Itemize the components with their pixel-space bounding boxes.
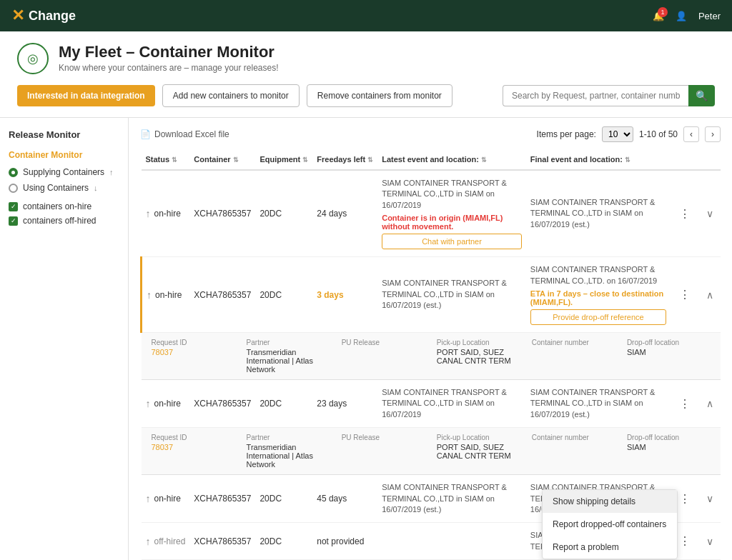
- cell-container: XCHA7865357: [189, 170, 255, 257]
- status-label: off-hired: [154, 536, 186, 546]
- status-label: on-hire: [154, 399, 181, 409]
- detail-container-num-label: Container number: [532, 434, 615, 441]
- cell-equipment: 20DC: [255, 475, 312, 523]
- cell-final-event: SIAM CONTAINER TRANSPORT & TERMINAL CO.,…: [526, 170, 671, 257]
- next-page-button[interactable]: ›: [705, 126, 721, 142]
- checkbox-on-hire[interactable]: containers on-hire: [9, 201, 119, 211]
- cell-equipment: 20DC: [255, 379, 312, 427]
- detail-pickup-loc-label: Pick-up Location: [437, 339, 520, 346]
- notification-bell[interactable]: 🔔 1: [653, 11, 664, 21]
- cell-status: ↑ on-hire: [142, 379, 190, 427]
- cell-latest-event: SIAM CONTAINER TRANSPORT & TERMINAL CO.,…: [377, 170, 526, 257]
- cell-final-event: SIAM CONTAINER TRANSPORT & TERMINAL CO.,…: [526, 379, 671, 427]
- status-up-icon: ↑: [146, 208, 151, 219]
- detail-pu-release-label: PU Release: [342, 434, 425, 441]
- detail-dropoff-value: SIAM: [627, 348, 711, 356]
- container-table: Status ⇅ Container ⇅ Equipment ⇅ Freeday…: [140, 149, 721, 560]
- context-menu: Show shipping details Report dropped-off…: [542, 489, 678, 559]
- user-name-label: Peter: [698, 11, 721, 21]
- detail-partner-label: Partner: [247, 339, 330, 346]
- toolbar: Interested in data integration Add new c…: [17, 84, 715, 117]
- table-expanded-row: Request ID 78037 Partner Transmeridian I…: [142, 428, 721, 475]
- table-row: ↑ on-hire XCHA7865357 20DC 23 days SIAM …: [142, 379, 721, 427]
- context-menu-item-shipping[interactable]: Show shipping details: [543, 490, 677, 513]
- row-more-button[interactable]: ⋮: [675, 206, 695, 222]
- page-subtitle: Know where your containers are – manage …: [59, 63, 279, 73]
- context-menu-item-report-problem[interactable]: Report a problem: [543, 536, 677, 559]
- expanded-detail-cell: Request ID 78037 Partner Transmeridian I…: [142, 332, 721, 379]
- cell-freedays: not provided: [312, 523, 377, 560]
- cell-status: ↑ on-hire: [142, 475, 190, 523]
- col-container: Container ⇅: [189, 149, 255, 170]
- status-up-icon: ↑: [147, 289, 152, 301]
- detail-request-id-label: Request ID: [152, 434, 235, 441]
- file-icon: 📄: [140, 129, 151, 139]
- search-input[interactable]: [503, 85, 688, 106]
- checkbox-off-hired[interactable]: containers off-hired: [9, 216, 119, 226]
- cell-latest-event: [377, 523, 526, 560]
- collapse-row-button[interactable]: ∧: [703, 288, 716, 302]
- status-label: on-hire: [154, 494, 181, 504]
- detail-request-id-value[interactable]: 78037: [152, 443, 235, 451]
- table-header-row: Status ⇅ Container ⇅ Equipment ⇅ Freeday…: [142, 149, 721, 170]
- chat-partner-button[interactable]: Chat with partner: [382, 234, 522, 249]
- table-row: ↑ off-hired XCHA7865357 20DC not provide…: [142, 523, 721, 560]
- cell-final-event: SIAM CONTAINER TRANSPORT & TERMINAL CO.,…: [526, 257, 671, 333]
- sidebar-item-using[interactable]: Using Containers ↓: [9, 183, 119, 193]
- detail-dropoff-label: Drop-off location: [627, 434, 711, 441]
- cell-actions: ⋮: [671, 170, 699, 257]
- expand-row-button[interactable]: ∨: [703, 206, 716, 221]
- row-more-button[interactable]: ⋮: [675, 396, 695, 412]
- integration-button[interactable]: Interested in data integration: [17, 85, 155, 106]
- user-icon: 👤: [676, 11, 687, 21]
- cell-equipment: 20DC: [255, 257, 312, 333]
- remove-containers-button[interactable]: Remove containers from monitor: [307, 84, 452, 107]
- col-actions: [671, 149, 699, 170]
- expand-row-button[interactable]: ∨: [703, 491, 716, 506]
- sidebar-label-supplying: Supplying Containers: [23, 167, 104, 177]
- row-more-button[interactable]: ⋮: [675, 286, 695, 303]
- context-menu-item-report-dropoff[interactable]: Report dropped-off containers: [543, 513, 677, 536]
- detail-request-id-value[interactable]: 78037: [152, 348, 235, 356]
- items-per-page-select[interactable]: 10 25 50: [602, 126, 633, 142]
- detail-container-num-label: Container number: [532, 339, 615, 346]
- row-more-button[interactable]: ⋮: [675, 533, 695, 549]
- status-up-icon: ↑: [146, 536, 151, 547]
- cell-container: XCHA7865357: [189, 523, 255, 560]
- page-title-area: My Fleet – Container Monitor Know where …: [59, 43, 279, 73]
- search-button[interactable]: 🔍: [688, 85, 715, 106]
- dropoff-button[interactable]: Provide drop-off reference: [530, 309, 666, 325]
- col-freedays: Freedays left ⇅: [312, 149, 377, 170]
- cell-status: ↑ on-hire: [142, 170, 190, 257]
- sidebar-section-title: Container Monitor: [9, 150, 119, 160]
- cell-equipment: 20DC: [255, 170, 312, 257]
- col-final-event: Final event and location: ⇅: [526, 149, 671, 170]
- app-logo[interactable]: ✕ Change: [11, 6, 76, 25]
- cell-status: ↑ on-hire: [142, 257, 190, 333]
- prev-page-button[interactable]: ‹: [683, 126, 699, 142]
- logo-x-icon: ✕: [11, 6, 24, 25]
- cell-actions: ⋮: [671, 379, 699, 427]
- add-containers-button[interactable]: Add new containers to monitor: [162, 84, 300, 107]
- expand-row-button[interactable]: ∨: [703, 534, 716, 549]
- cell-actions: ⋮ Show shipping details Report dropped-o…: [671, 523, 699, 560]
- cell-freedays: 3 days: [312, 257, 377, 333]
- pagination-range: 1-10 of 50: [639, 129, 678, 139]
- cell-expand: ∨: [699, 523, 721, 560]
- detail-dropoff-value: SIAM: [627, 443, 711, 451]
- detail-request-id-label: Request ID: [152, 339, 235, 346]
- cell-freedays: 45 days: [312, 475, 377, 523]
- download-excel-link[interactable]: 📄 Download Excel file: [140, 129, 229, 139]
- content-toolbar: 📄 Download Excel file Items per page: 10…: [140, 126, 721, 142]
- page-header: ◎ My Fleet – Container Monitor Know wher…: [0, 31, 732, 118]
- status-label: on-hire: [154, 209, 181, 219]
- sidebar-item-supplying[interactable]: Supplying Containers ↑: [9, 167, 119, 177]
- radio-supplying: [9, 168, 18, 177]
- fleet-icon: ◎: [17, 43, 49, 74]
- row-more-button[interactable]: ⋮: [675, 491, 695, 507]
- status-up-icon: ↑: [146, 493, 151, 504]
- cell-container: XCHA7865357: [189, 379, 255, 427]
- collapse-row-button[interactable]: ∧: [703, 396, 716, 411]
- cell-expand: ∧: [699, 257, 721, 333]
- checkbox-off-hired-box: [9, 216, 18, 226]
